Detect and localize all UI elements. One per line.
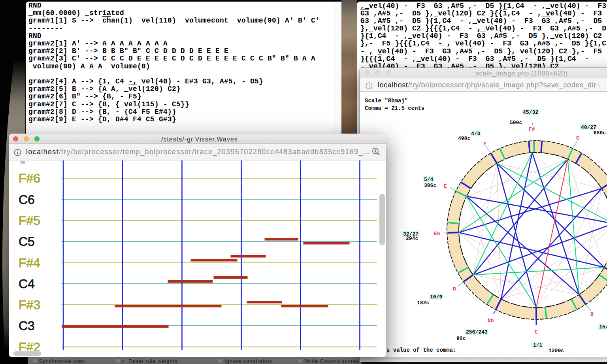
svg-text:386c: 386c [424, 183, 436, 189]
svg-text:590c: 590c [510, 120, 522, 126]
svg-text:C5: C5 [19, 234, 35, 249]
svg-text:C: C [535, 329, 538, 335]
svg-text:E: E [444, 183, 447, 189]
svg-text:C3: C3 [19, 319, 35, 333]
svg-text:182c: 182c [417, 300, 429, 306]
svg-text:C6: C6 [19, 192, 35, 207]
svg-text:1/1: 1/1 [533, 342, 543, 348]
svg-text:Eb: Eb [434, 231, 440, 237]
svg-text:B: B [590, 311, 594, 317]
svg-text:680c: 680c [594, 130, 606, 136]
svg-text:F#4: F#4 [19, 256, 40, 270]
svg-text:F#3: F#3 [19, 298, 40, 312]
svg-text:s value of the comma:: s value of the comma: [386, 347, 456, 353]
svg-text:Db: Db [488, 318, 494, 324]
svg-text:F#2: F#2 [19, 340, 40, 351]
svg-text:Comma = 21.5 cents: Comma = 21.5 cents [365, 105, 424, 111]
svg-text:294c: 294c [406, 236, 418, 241]
svg-text:F#: F# [529, 126, 535, 132]
svg-text:5/4: 5/4 [424, 177, 434, 183]
svg-text:15/8: 15/8 [599, 324, 607, 330]
svg-text:90c: 90c [456, 336, 466, 341]
svg-text:4/3: 4/3 [471, 131, 481, 137]
svg-text:F#5: F#5 [19, 213, 40, 228]
svg-text:F#6: F#6 [19, 171, 40, 185]
svg-text:10/9: 10/9 [430, 294, 442, 300]
svg-text:498c: 498c [458, 136, 470, 141]
svg-text:G: G [576, 135, 579, 141]
svg-text:F: F [483, 141, 486, 147]
svg-text:1200c: 1200c [549, 348, 564, 354]
svg-text:45/32: 45/32 [523, 109, 538, 115]
svg-text:40/27: 40/27 [581, 124, 596, 130]
svg-text:256/243: 256/243 [466, 329, 488, 335]
svg-text:Scale "Bbmaj": Scale "Bbmaj" [365, 98, 408, 104]
svg-text:C4: C4 [19, 277, 35, 291]
svg-text:D: D [453, 286, 456, 292]
